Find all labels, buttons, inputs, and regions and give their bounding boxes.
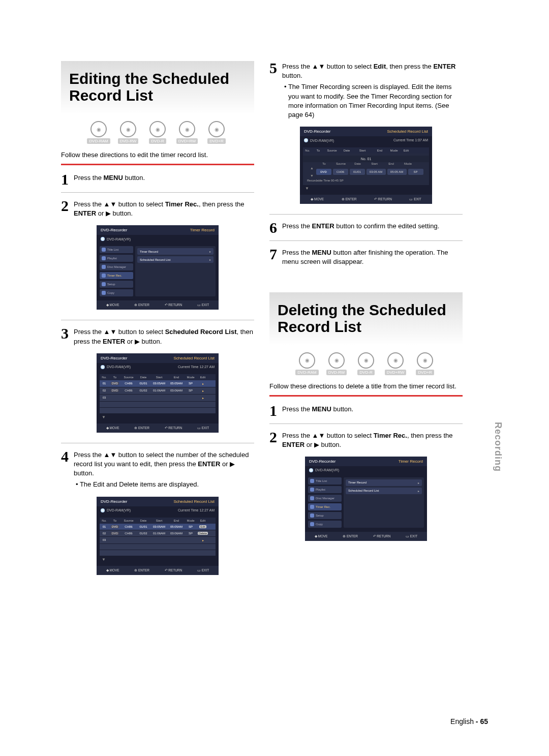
disc-icon: ◉DVD-R xyxy=(354,352,378,375)
step-b1: 1 Press the MENU button. xyxy=(269,404,463,417)
step-5: 5 Press the ▲▼ button to select Edit, th… xyxy=(269,61,463,119)
step-number: 5 xyxy=(269,61,277,119)
step-text: Press the ▲▼ button to select the number… xyxy=(74,449,254,490)
intro-text: Follow these directions to edit the time… xyxy=(61,151,254,159)
two-column-layout: Editing the Scheduled Record List ◉DVD-R… xyxy=(61,61,488,585)
right-column: 5 Press the ▲▼ button to select Edit, th… xyxy=(269,61,463,585)
intro-text: Follow these directions to delete a titl… xyxy=(269,382,463,390)
osd-timer-record-menu-2: DVD-RecorderTimer Record DVD-RAM(VR) Tit… xyxy=(305,457,427,541)
step-number: 1 xyxy=(61,172,69,186)
disc-icon: ◉DVD+R xyxy=(204,121,229,144)
step-text: Press the ▲▼ button to select Edit, then… xyxy=(282,61,463,119)
disc-icon: ◉DVD+RW xyxy=(383,352,408,375)
side-tab: Recording xyxy=(493,422,503,472)
disc-icon: ◉DVD-RW xyxy=(116,121,140,144)
disc-icon: ◉DVD+RW xyxy=(175,121,199,144)
osd-edit-form: DVD-RecorderScheduled Record List DVD-RA… xyxy=(300,127,432,204)
disc-icon: ◉DVD-R xyxy=(145,121,170,144)
step-text: Press the MENU button. xyxy=(74,172,254,186)
step-6: 6 Press the ENTER button to confirm the … xyxy=(269,221,463,234)
step-number: 1 xyxy=(269,404,277,417)
step-4: 4 Press the ▲▼ button to select the numb… xyxy=(61,449,254,490)
step-3: 3 Press the ▲▼ button to select Schedule… xyxy=(61,326,254,346)
divider xyxy=(269,424,463,424)
manual-page: Recording Editing the Scheduled Record L… xyxy=(0,0,549,756)
step-1: 1 Press the MENU button. xyxy=(61,172,254,186)
step-number: 4 xyxy=(61,449,69,490)
divider xyxy=(61,320,254,320)
step-text: Press the ▲▼ button to select Timer Rec.… xyxy=(74,199,254,218)
step-number: 6 xyxy=(269,221,277,234)
step-text: Press the MENU button after finishing th… xyxy=(282,247,463,266)
step-number: 7 xyxy=(269,247,277,266)
divider xyxy=(61,443,254,443)
step-text: Press the ▲▼ button to select Scheduled … xyxy=(74,326,254,346)
left-column: Editing the Scheduled Record List ◉DVD-R… xyxy=(61,61,254,585)
disc-icons-row: ◉DVD-RAM ◉DVD-RW ◉DVD-R ◉DVD+RW ◉DVD+R xyxy=(269,352,463,375)
disc-icon: ◉DVD-RW xyxy=(324,352,349,375)
step-text: Press the ENTER button to confirm the ed… xyxy=(282,221,463,234)
divider xyxy=(269,214,463,215)
section-title-editing: Editing the Scheduled Record List xyxy=(61,61,254,114)
disc-icon: ◉DVD+R xyxy=(413,352,437,375)
disc-icons-row: ◉DVD-RAM ◉DVD-RW ◉DVD-R ◉DVD+RW ◉DVD+R xyxy=(61,121,254,144)
osd-timer-record-menu: DVD-RecorderTimer Record DVD-RAM(VR) Tit… xyxy=(97,225,219,310)
step-7: 7 Press the MENU button after finishing … xyxy=(269,247,463,266)
step-text: Press the ▲▼ button to select Timer Rec.… xyxy=(282,430,463,449)
divider xyxy=(61,192,254,193)
step-number: 3 xyxy=(61,326,69,346)
step-number: 2 xyxy=(61,199,69,218)
disc-icon: ◉DVD-RAM xyxy=(295,352,319,375)
osd-scheduled-list: DVD-RecorderScheduled Record List DVD-RA… xyxy=(97,353,219,433)
step-b2: 2 Press the ▲▼ button to select Timer Re… xyxy=(269,430,463,449)
step-2: 2 Press the ▲▼ button to select Timer Re… xyxy=(61,199,254,218)
section-title-deleting: Deleting the Scheduled Record List xyxy=(269,292,463,345)
step-text: Press the MENU button. xyxy=(282,404,463,417)
accent-rule xyxy=(269,395,463,397)
disc-icon: ◉DVD-RAM xyxy=(86,121,111,144)
step-number: 2 xyxy=(269,430,277,449)
osd-scheduled-list-edit: DVD-RecorderScheduled Record List DVD-RA… xyxy=(97,497,219,575)
page-footer: English - 65 xyxy=(450,717,488,725)
accent-rule xyxy=(61,164,254,165)
divider xyxy=(269,240,463,241)
